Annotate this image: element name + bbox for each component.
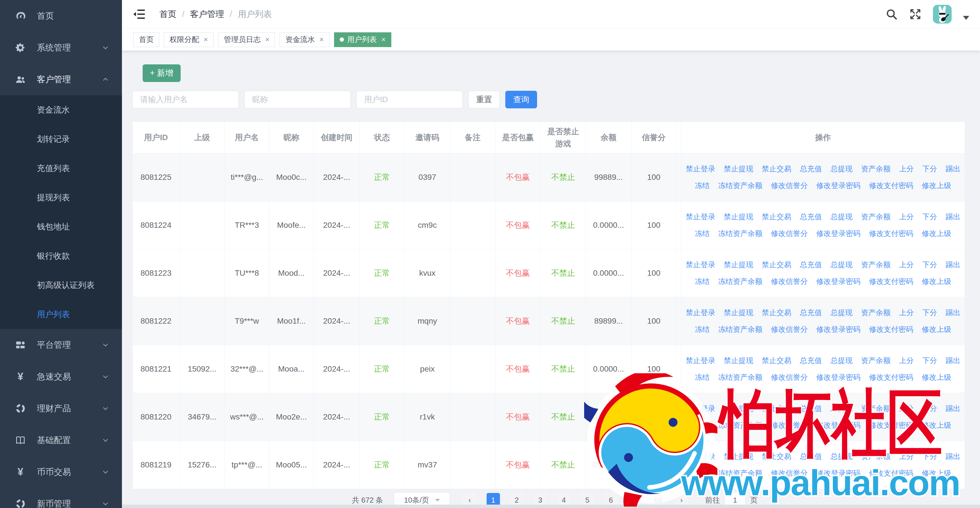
- op-link[interactable]: 修改支付密码: [869, 468, 913, 478]
- sidebar-subitem[interactable]: 划转记录: [0, 124, 122, 154]
- sidebar-item-base-config[interactable]: 基础配置: [0, 424, 122, 456]
- op-link[interactable]: 修改登录密码: [816, 229, 861, 239]
- sidebar-item-fast-trade[interactable]: ¥ 急速交易: [0, 361, 122, 393]
- sidebar-item-system[interactable]: 系统管理: [0, 32, 122, 64]
- collapse-sidebar-icon[interactable]: [133, 8, 146, 21]
- sidebar-subitem[interactable]: 初高级认证列表: [0, 271, 122, 300]
- op-link[interactable]: 修改上级: [922, 181, 951, 191]
- op-link[interactable]: 修改信誉分: [771, 181, 808, 191]
- tag-item[interactable]: 权限分配 ×: [164, 32, 213, 47]
- breadcrumb-customer[interactable]: 客户管理: [190, 8, 224, 20]
- op-link[interactable]: 修改支付密码: [869, 277, 913, 287]
- op-link[interactable]: 修改登录密码: [816, 277, 861, 287]
- op-link[interactable]: 禁止交易: [762, 356, 791, 366]
- tag-item[interactable]: 资金流水 ×: [280, 32, 329, 47]
- op-link[interactable]: 踢出: [946, 260, 961, 270]
- op-link[interactable]: 修改登录密码: [816, 373, 861, 382]
- sidebar-item-platform[interactable]: 平台管理: [0, 329, 122, 361]
- close-icon[interactable]: ×: [265, 35, 269, 44]
- op-link[interactable]: 冻结资产余额: [718, 325, 762, 334]
- op-link[interactable]: 修改信誉分: [771, 325, 808, 334]
- op-link[interactable]: 上分: [899, 212, 914, 222]
- op-link[interactable]: 冻结: [695, 325, 710, 334]
- op-link[interactable]: 修改信誉分: [771, 420, 808, 430]
- op-link[interactable]: 总充值: [800, 212, 822, 222]
- userid-filter-input[interactable]: [356, 91, 463, 108]
- sidebar-subitem[interactable]: 银行收款: [0, 241, 122, 271]
- op-link[interactable]: 禁止登录: [686, 404, 716, 414]
- sidebar-subitem[interactable]: 提现列表: [0, 183, 122, 212]
- op-link[interactable]: 禁止提现: [724, 452, 753, 462]
- op-link[interactable]: 下分: [923, 404, 937, 414]
- op-link[interactable]: 踢出: [946, 164, 961, 174]
- op-link[interactable]: 下分: [923, 452, 937, 462]
- op-link[interactable]: 总提现: [830, 452, 853, 462]
- op-link[interactable]: 上分: [899, 308, 914, 318]
- op-link[interactable]: 禁止交易: [762, 212, 791, 222]
- horizontal-scrollbar[interactable]: [122, 505, 980, 508]
- nickname-filter-input[interactable]: [245, 91, 351, 108]
- op-link[interactable]: 资产余额: [861, 260, 891, 270]
- op-link[interactable]: 修改上级: [922, 325, 951, 334]
- op-link[interactable]: 踢出: [946, 308, 961, 318]
- op-link[interactable]: 总提现: [830, 308, 853, 318]
- op-link[interactable]: 踢出: [946, 356, 961, 366]
- op-link[interactable]: 冻结: [695, 181, 710, 191]
- op-link[interactable]: 资产余额: [861, 404, 891, 414]
- op-link[interactable]: 踢出: [946, 212, 961, 222]
- op-link[interactable]: 禁止交易: [762, 164, 791, 174]
- op-link[interactable]: 冻结: [695, 373, 710, 382]
- op-link[interactable]: 总提现: [830, 260, 853, 270]
- breadcrumb-home[interactable]: 首页: [159, 8, 177, 20]
- op-link[interactable]: 冻结资产余额: [718, 420, 762, 430]
- username-filter-input[interactable]: [132, 91, 239, 108]
- op-link[interactable]: 禁止登录: [686, 260, 716, 270]
- search-button[interactable]: 查询: [505, 91, 537, 108]
- op-link[interactable]: 修改信誉分: [771, 277, 808, 287]
- tag-item[interactable]: 管理员日志 ×: [218, 32, 275, 47]
- op-link[interactable]: 修改上级: [922, 468, 951, 478]
- reset-button[interactable]: 重置: [468, 91, 500, 108]
- sidebar-item-home[interactable]: 首页: [0, 0, 122, 32]
- fullscreen-icon[interactable]: [909, 8, 921, 21]
- sidebar-item-new-coin[interactable]: 新币管理: [0, 488, 122, 508]
- op-link[interactable]: 总充值: [800, 260, 822, 270]
- op-link[interactable]: 禁止交易: [762, 452, 791, 462]
- op-link[interactable]: 禁止登录: [686, 356, 716, 366]
- op-link[interactable]: 修改登录密码: [816, 325, 861, 334]
- op-link[interactable]: 资产余额: [861, 212, 891, 222]
- op-link[interactable]: 总充值: [800, 308, 822, 318]
- op-link[interactable]: 修改登录密码: [816, 420, 861, 430]
- op-link[interactable]: 修改支付密码: [869, 229, 913, 239]
- avatar[interactable]: [933, 5, 951, 24]
- op-link[interactable]: 禁止交易: [762, 308, 791, 318]
- op-link[interactable]: 总充值: [800, 404, 822, 414]
- add-user-button[interactable]: + 新增: [143, 64, 181, 82]
- op-link[interactable]: 总提现: [830, 212, 853, 222]
- op-link[interactable]: 上分: [899, 260, 914, 270]
- op-link[interactable]: 禁止交易: [762, 260, 791, 270]
- op-link[interactable]: 上分: [899, 356, 914, 366]
- op-link[interactable]: 踢出: [946, 452, 961, 462]
- op-link[interactable]: 禁止交易: [762, 404, 791, 414]
- op-link[interactable]: 禁止登录: [686, 308, 716, 318]
- op-link[interactable]: 总提现: [830, 404, 853, 414]
- op-link[interactable]: 踢出: [946, 404, 961, 414]
- op-link[interactable]: 修改上级: [922, 420, 951, 430]
- op-link[interactable]: 修改支付密码: [869, 373, 913, 382]
- op-link[interactable]: 下分: [923, 356, 937, 366]
- sidebar-item-coin-trade[interactable]: ¥ 币币交易: [0, 456, 122, 488]
- op-link[interactable]: 修改登录密码: [816, 468, 861, 478]
- op-link[interactable]: 修改信誉分: [771, 373, 808, 382]
- op-link[interactable]: 禁止登录: [686, 452, 716, 462]
- op-link[interactable]: 修改支付密码: [869, 420, 913, 430]
- op-link[interactable]: 总提现: [830, 356, 853, 366]
- op-link[interactable]: 修改支付密码: [869, 325, 913, 334]
- op-link[interactable]: 禁止提现: [724, 164, 753, 174]
- op-link[interactable]: 冻结: [695, 420, 710, 430]
- sidebar-subitem[interactable]: 钱包地址: [0, 212, 122, 241]
- op-link[interactable]: 禁止提现: [724, 260, 753, 270]
- close-icon[interactable]: ×: [382, 35, 386, 44]
- op-link[interactable]: 冻结: [695, 277, 710, 287]
- op-link[interactable]: 冻结资产余额: [718, 181, 762, 191]
